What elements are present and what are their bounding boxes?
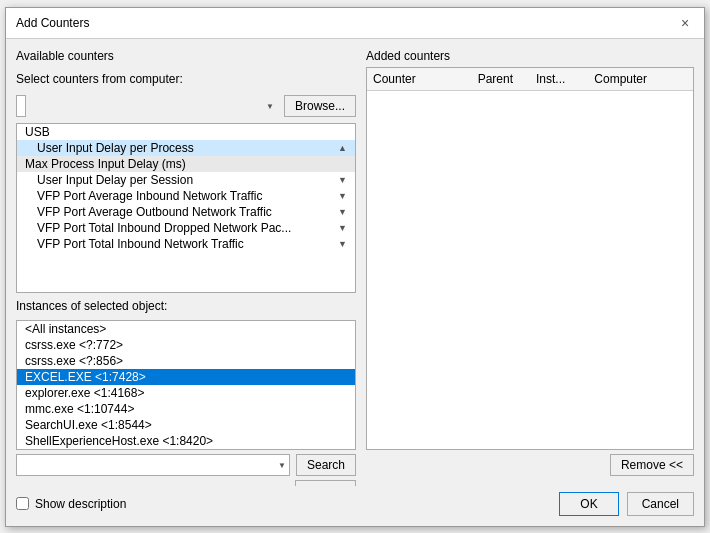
chevron-up-icon: ▲ [338, 143, 347, 153]
right-panel: Added counters Counter Parent Inst... Co… [366, 49, 694, 476]
footer-buttons: OK Cancel [559, 492, 694, 516]
col-header-inst: Inst... [530, 70, 588, 88]
show-description-label: Show description [35, 497, 126, 511]
list-item[interactable]: explorer.exe <1:4168> [17, 385, 355, 401]
list-item[interactable]: <All instances> [17, 321, 355, 337]
col-header-counter: Counter [367, 70, 472, 88]
dialog-body: Available counters Select counters from … [6, 39, 704, 486]
list-item[interactable]: SearchUI.exe <1:8544> [17, 417, 355, 433]
chevron-down-icon: ▼ [338, 239, 347, 249]
title-bar: Add Counters × [6, 8, 704, 39]
table-header: Counter Parent Inst... Computer [367, 68, 693, 91]
show-description-row: Show description [16, 497, 126, 511]
chevron-down-icon: ▼ [338, 207, 347, 217]
added-counters-label: Added counters [366, 49, 694, 63]
col-header-parent: Parent [472, 70, 530, 88]
left-panel: Available counters Select counters from … [16, 49, 356, 476]
chevron-down-icon: ▼ [338, 223, 347, 233]
computer-select[interactable] [16, 95, 26, 117]
list-item[interactable]: Max Process Input Delay (ms) [17, 156, 355, 172]
add-counters-dialog: Add Counters × Available counters Select… [5, 7, 705, 527]
added-counters-box: Counter Parent Inst... Computer [366, 67, 694, 450]
list-item-selected[interactable]: EXCEL.EXE <1:7428> [17, 369, 355, 385]
search-input[interactable] [16, 454, 290, 476]
close-button[interactable]: × [676, 14, 694, 32]
list-item[interactable]: VFP Port Total Inbound Network Traffic ▼ [17, 236, 355, 252]
instances-section: Instances of selected object: <All insta… [16, 299, 356, 486]
remove-button[interactable]: Remove << [610, 454, 694, 476]
dialog-title: Add Counters [16, 16, 89, 30]
list-item[interactable]: VFP Port Average Outbound Network Traffi… [17, 204, 355, 220]
search-button[interactable]: Search [296, 454, 356, 476]
list-item[interactable]: VFP Port Total Inbound Dropped Network P… [17, 220, 355, 236]
list-item[interactable]: csrss.exe <?:772> [17, 337, 355, 353]
remove-row: Remove << [366, 450, 694, 476]
browse-button[interactable]: Browse... [284, 95, 356, 117]
list-item[interactable]: csrss.exe <?:856> [17, 353, 355, 369]
chevron-down-icon: ▼ [338, 175, 347, 185]
instances-label: Instances of selected object: [16, 299, 356, 313]
instances-list[interactable]: <All instances> csrss.exe <?:772> csrss.… [16, 320, 356, 450]
list-item[interactable]: ShellExperienceHost.exe <1:8420> [17, 433, 355, 449]
cancel-button[interactable]: Cancel [627, 492, 694, 516]
counters-list[interactable]: USB User Input Delay per Process ▲ Max P… [16, 123, 356, 293]
dialog-footer: Show description OK Cancel [6, 486, 704, 526]
col-header-computer: Computer [588, 70, 693, 88]
search-select-wrapper [16, 454, 290, 476]
list-item[interactable]: USB [17, 124, 355, 140]
ok-button[interactable]: OK [559, 492, 618, 516]
available-counters-label: Available counters [16, 49, 356, 63]
search-row: Search [16, 454, 356, 476]
select-computer-label: Select counters from computer: [16, 72, 356, 86]
computer-select-wrapper [16, 95, 278, 117]
list-item[interactable]: User Input Delay per Process ▲ [17, 140, 355, 156]
list-item[interactable]: VFP Port Average Inbound Network Traffic… [17, 188, 355, 204]
added-table-body [367, 91, 693, 449]
list-item[interactable]: mmc.exe <1:10744> [17, 401, 355, 417]
chevron-down-icon: ▼ [338, 191, 347, 201]
computer-row: Browse... [16, 95, 356, 117]
list-item[interactable]: User Input Delay per Session ▼ [17, 172, 355, 188]
show-description-checkbox[interactable] [16, 497, 29, 510]
